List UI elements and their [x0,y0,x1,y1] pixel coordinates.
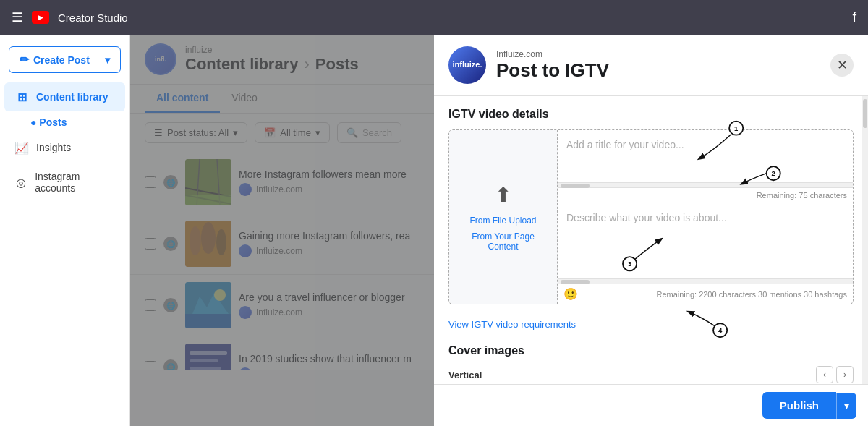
modal-source: Influize.com [496,49,609,59]
desc-scrollbar [558,278,853,284]
upload-icon: ⬆ [495,183,511,207]
modal-body[interactable]: IGTV video details ⬆ From File Upload Fr… [434,96,868,384]
igtv-modal: influize. Influize.com Post to IGTV ✕ IG… [434,35,868,426]
vertical-label: Vertical [448,368,482,381]
modal-footer: Publish ▾ [434,384,868,426]
view-requirements-link[interactable]: View IGTV video requirements [448,316,854,338]
main-layout: ✏ Create Post ▾ ⊞ Content library ● Post… [0,35,868,426]
upload-custom-image-link[interactable]: Upload Custom Image [448,383,854,384]
dropdown-arrow-icon: ▾ [105,54,110,66]
modal-scrollbar-thumb [863,99,867,128]
sidebar-insights-label: Insights [36,142,71,153]
modal-overlay: influize. Influize.com Post to IGTV ✕ IG… [130,35,868,426]
desc-scrollbar-thumb [561,280,590,284]
create-post-button[interactable]: ✏ Create Post ▾ [9,46,121,73]
modal-close-button[interactable]: ✕ [830,54,854,77]
publish-dropdown-button[interactable]: ▾ [836,393,856,419]
emoji-button[interactable]: 🙂 [563,287,578,301]
desc-char-counter: Remaining: 2200 characters 30 mentions 3… [656,290,847,299]
modal-scrollbar[interactable] [862,96,868,384]
title-scrollbar-thumb [561,184,590,188]
desc-field-row: 🙂 Remaining: 2200 characters 30 mentions… [558,203,853,304]
sidebar-item-insights[interactable]: 📈 Insights [4,133,125,162]
modal-header-left: influize. Influize.com Post to IGTV [448,46,609,84]
igtv-details-title: IGTV video details [448,108,854,121]
modal-logo: influize. [448,46,486,84]
sidebar-posts-label: ● Posts [30,116,67,128]
instagram-icon: ◎ [14,175,27,189]
modal-scroll-content: IGTV video details ⬆ From File Upload Fr… [434,96,868,384]
modal-title: Post to IGTV [496,59,609,82]
cover-next-button[interactable]: › [836,366,854,383]
plus-icon: ✏ [20,53,29,67]
sidebar-item-content-library[interactable]: ⊞ Content library [4,82,125,111]
sidebar-instagram-label: Instagram accounts [35,171,115,194]
grid-icon: ⊞ [14,90,29,104]
igtv-upload-col: ⬆ From File Upload From Your Page Conten… [449,130,558,304]
top-bar: ☰ ▶ Creator Studio f [0,0,868,35]
hamburger-icon[interactable]: ☰ [12,9,23,25]
sidebar-item-instagram-accounts[interactable]: ◎ Instagram accounts [4,163,125,201]
upload-from-page-link[interactable]: From Your Page Content [461,231,545,252]
video-title-input[interactable] [558,130,853,182]
title-char-counter: Remaining: 75 characters [558,188,853,203]
upload-from-file-link[interactable]: From File Upload [469,216,536,226]
facebook-icon[interactable]: f [852,9,856,26]
title-scrollbar [558,182,853,188]
video-desc-input[interactable] [558,203,853,278]
app-title: Creator Studio [58,12,128,24]
sidebar: ✏ Create Post ▾ ⊞ Content library ● Post… [0,35,130,426]
content-area: infl. influize Content library › Posts A… [130,35,868,426]
modal-header: influize. Influize.com Post to IGTV ✕ [434,35,868,96]
emoji-toolbar: 🙂 Remaining: 2200 characters 30 mentions… [558,284,853,304]
igtv-fields-col: Remaining: 75 characters 🙂 [558,130,853,304]
title-field-row: Remaining: 75 characters [558,130,853,203]
igtv-details-box: ⬆ From File Upload From Your Page Conten… [448,129,854,304]
cover-images-title: Cover images [448,344,854,357]
modal-logo-text: influize. [453,60,482,69]
publish-button[interactable]: Publish [762,392,836,419]
cover-section: Cover images Vertical ‹ › Upload C [448,344,854,384]
modal-title-block: Influize.com Post to IGTV [496,49,609,82]
top-bar-left: ☰ ▶ Creator Studio [12,9,128,25]
sidebar-item-posts[interactable]: ● Posts [0,112,129,132]
sidebar-content-library-label: Content library [36,91,109,103]
cover-prev-button[interactable]: ‹ [816,366,833,383]
create-post-label: Create Post [33,54,90,66]
app-logo-icon: ▶ [32,11,49,24]
chart-icon: 📈 [14,140,29,155]
